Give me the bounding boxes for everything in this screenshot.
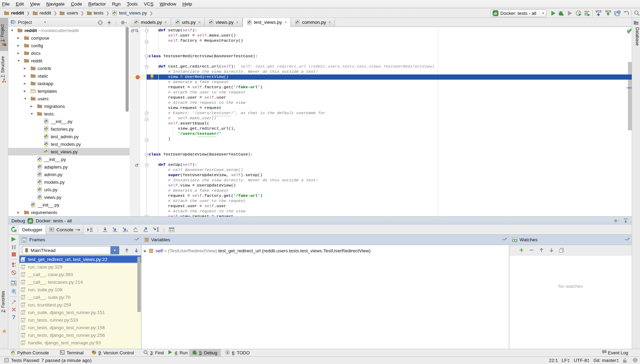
svg-text:s: s (22, 274, 24, 276)
svg-text:s: s (22, 281, 24, 284)
svg-text:s: s (22, 342, 24, 345)
svg-text:s: s (22, 296, 24, 299)
svg-text:s: s (22, 259, 24, 261)
svg-text:s: s (22, 266, 24, 269)
svg-text:s: s (22, 327, 24, 330)
svg-text:s: s (22, 312, 24, 314)
svg-text:s: s (22, 334, 24, 337)
svg-text:s: s (22, 319, 24, 322)
svg-text:?: ? (12, 314, 16, 320)
svg-text:VCS: VCS (595, 10, 602, 13)
svg-text:s: s (22, 304, 24, 307)
svg-text:s: s (22, 289, 24, 292)
svg-text:s: s (23, 239, 25, 242)
